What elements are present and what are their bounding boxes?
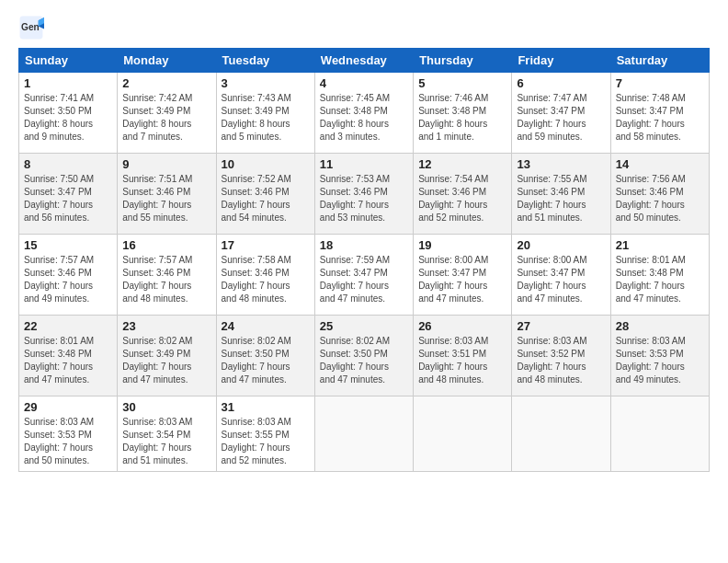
calendar-cell: 4Sunrise: 7:45 AM Sunset: 3:48 PM Daylig… — [314, 73, 413, 154]
calendar-cell: 29Sunrise: 8:03 AM Sunset: 3:53 PM Dayli… — [19, 396, 118, 472]
calendar-cell: 20Sunrise: 8:00 AM Sunset: 3:47 PM Dayli… — [512, 235, 610, 316]
day-number: 24 — [222, 319, 310, 333]
calendar-cell: 5Sunrise: 7:46 AM Sunset: 3:48 PM Daylig… — [414, 73, 512, 154]
calendar-header-row: SundayMondayTuesdayWednesdayThursdayFrid… — [19, 49, 710, 73]
day-number: 20 — [517, 238, 605, 252]
calendar-cell: 26Sunrise: 8:03 AM Sunset: 3:51 PM Dayli… — [414, 316, 512, 396]
logo-icon: Gen — [18, 15, 44, 40]
day-detail: Sunrise: 7:52 AM Sunset: 3:46 PM Dayligh… — [222, 173, 310, 224]
day-number: 14 — [616, 157, 704, 171]
weekday-header: Monday — [118, 49, 216, 73]
page-container: Gen SundayMondayTuesdayWednesdayThursday… — [0, 0, 728, 481]
day-number: 16 — [122, 238, 210, 252]
calendar-cell — [414, 396, 512, 472]
day-detail: Sunrise: 7:43 AM Sunset: 3:49 PM Dayligh… — [222, 92, 310, 144]
day-detail: Sunrise: 7:45 AM Sunset: 3:48 PM Dayligh… — [320, 92, 408, 144]
weekday-header: Friday — [512, 49, 610, 73]
day-detail: Sunrise: 8:00 AM Sunset: 3:47 PM Dayligh… — [418, 254, 506, 305]
calendar-cell: 31Sunrise: 8:03 AM Sunset: 3:55 PM Dayli… — [216, 396, 314, 472]
day-number: 21 — [616, 238, 704, 252]
day-number: 7 — [616, 76, 704, 90]
day-detail: Sunrise: 7:54 AM Sunset: 3:46 PM Dayligh… — [418, 173, 506, 224]
calendar: SundayMondayTuesdayWednesdayThursdayFrid… — [18, 48, 710, 472]
calendar-cell: 6Sunrise: 7:47 AM Sunset: 3:47 PM Daylig… — [512, 73, 610, 154]
day-detail: Sunrise: 8:03 AM Sunset: 3:54 PM Dayligh… — [122, 416, 210, 467]
day-number: 10 — [222, 157, 310, 171]
logo: Gen — [18, 15, 48, 40]
calendar-cell — [512, 396, 610, 472]
svg-text:Gen: Gen — [21, 22, 40, 32]
day-detail: Sunrise: 8:02 AM Sunset: 3:50 PM Dayligh… — [320, 335, 408, 386]
day-detail: Sunrise: 7:47 AM Sunset: 3:47 PM Dayligh… — [517, 92, 605, 144]
day-number: 29 — [24, 400, 112, 414]
day-number: 5 — [418, 76, 506, 90]
calendar-cell: 17Sunrise: 7:58 AM Sunset: 3:46 PM Dayli… — [216, 235, 314, 316]
calendar-cell: 28Sunrise: 8:03 AM Sunset: 3:53 PM Dayli… — [610, 316, 709, 396]
day-detail: Sunrise: 7:50 AM Sunset: 3:47 PM Dayligh… — [24, 173, 112, 224]
day-number: 4 — [320, 76, 408, 90]
day-number: 22 — [24, 319, 112, 333]
calendar-cell: 7Sunrise: 7:48 AM Sunset: 3:47 PM Daylig… — [610, 73, 709, 154]
day-number: 13 — [517, 157, 605, 171]
calendar-cell: 24Sunrise: 8:02 AM Sunset: 3:50 PM Dayli… — [216, 316, 314, 396]
calendar-cell: 15Sunrise: 7:57 AM Sunset: 3:46 PM Dayli… — [19, 235, 118, 316]
day-number: 27 — [517, 319, 605, 333]
calendar-cell: 23Sunrise: 8:02 AM Sunset: 3:49 PM Dayli… — [118, 316, 216, 396]
calendar-cell: 19Sunrise: 8:00 AM Sunset: 3:47 PM Dayli… — [414, 235, 512, 316]
calendar-cell: 11Sunrise: 7:53 AM Sunset: 3:46 PM Dayli… — [314, 154, 413, 235]
day-number: 3 — [222, 76, 310, 90]
calendar-cell — [610, 396, 709, 472]
day-detail: Sunrise: 7:53 AM Sunset: 3:46 PM Dayligh… — [320, 173, 408, 224]
day-detail: Sunrise: 8:03 AM Sunset: 3:55 PM Dayligh… — [222, 416, 310, 467]
day-number: 11 — [320, 157, 408, 171]
day-detail: Sunrise: 8:03 AM Sunset: 3:52 PM Dayligh… — [517, 335, 605, 386]
day-number: 1 — [24, 76, 112, 90]
calendar-cell: 3Sunrise: 7:43 AM Sunset: 3:49 PM Daylig… — [216, 73, 314, 154]
day-number: 8 — [24, 157, 112, 171]
day-detail: Sunrise: 7:57 AM Sunset: 3:46 PM Dayligh… — [24, 254, 112, 305]
calendar-cell: 25Sunrise: 8:02 AM Sunset: 3:50 PM Dayli… — [314, 316, 413, 396]
day-number: 9 — [122, 157, 210, 171]
calendar-cell: 30Sunrise: 8:03 AM Sunset: 3:54 PM Dayli… — [118, 396, 216, 472]
day-detail: Sunrise: 8:00 AM Sunset: 3:47 PM Dayligh… — [517, 254, 605, 305]
day-detail: Sunrise: 8:01 AM Sunset: 3:48 PM Dayligh… — [24, 335, 112, 386]
day-number: 30 — [122, 400, 210, 414]
day-detail: Sunrise: 7:51 AM Sunset: 3:46 PM Dayligh… — [122, 173, 210, 224]
day-number: 2 — [122, 76, 210, 90]
calendar-cell: 27Sunrise: 8:03 AM Sunset: 3:52 PM Dayli… — [512, 316, 610, 396]
day-detail: Sunrise: 8:01 AM Sunset: 3:48 PM Dayligh… — [616, 254, 704, 305]
weekday-header: Saturday — [610, 49, 709, 73]
day-number: 18 — [320, 238, 408, 252]
day-number: 28 — [616, 319, 704, 333]
day-detail: Sunrise: 8:02 AM Sunset: 3:50 PM Dayligh… — [222, 335, 310, 386]
day-number: 25 — [320, 319, 408, 333]
day-number: 31 — [222, 400, 310, 414]
calendar-cell: 21Sunrise: 8:01 AM Sunset: 3:48 PM Dayli… — [610, 235, 709, 316]
day-number: 26 — [418, 319, 506, 333]
calendar-cell: 10Sunrise: 7:52 AM Sunset: 3:46 PM Dayli… — [216, 154, 314, 235]
day-detail: Sunrise: 7:59 AM Sunset: 3:47 PM Dayligh… — [320, 254, 408, 305]
day-detail: Sunrise: 8:03 AM Sunset: 3:53 PM Dayligh… — [24, 416, 112, 467]
header: Gen — [18, 15, 710, 40]
calendar-cell: 12Sunrise: 7:54 AM Sunset: 3:46 PM Dayli… — [414, 154, 512, 235]
day-detail: Sunrise: 7:57 AM Sunset: 3:46 PM Dayligh… — [122, 254, 210, 305]
day-detail: Sunrise: 7:58 AM Sunset: 3:46 PM Dayligh… — [222, 254, 310, 305]
day-number: 19 — [418, 238, 506, 252]
day-detail: Sunrise: 8:02 AM Sunset: 3:49 PM Dayligh… — [122, 335, 210, 386]
day-number: 23 — [122, 319, 210, 333]
day-detail: Sunrise: 8:03 AM Sunset: 3:53 PM Dayligh… — [616, 335, 704, 386]
calendar-cell: 14Sunrise: 7:56 AM Sunset: 3:46 PM Dayli… — [610, 154, 709, 235]
calendar-cell: 13Sunrise: 7:55 AM Sunset: 3:46 PM Dayli… — [512, 154, 610, 235]
calendar-cell — [314, 396, 413, 472]
calendar-cell: 9Sunrise: 7:51 AM Sunset: 3:46 PM Daylig… — [118, 154, 216, 235]
day-detail: Sunrise: 7:42 AM Sunset: 3:49 PM Dayligh… — [122, 92, 210, 144]
weekday-header: Tuesday — [216, 49, 314, 73]
calendar-cell: 16Sunrise: 7:57 AM Sunset: 3:46 PM Dayli… — [118, 235, 216, 316]
day-number: 6 — [517, 76, 605, 90]
calendar-cell: 8Sunrise: 7:50 AM Sunset: 3:47 PM Daylig… — [19, 154, 118, 235]
day-detail: Sunrise: 7:55 AM Sunset: 3:46 PM Dayligh… — [517, 173, 605, 224]
day-number: 15 — [24, 238, 112, 252]
day-detail: Sunrise: 8:03 AM Sunset: 3:51 PM Dayligh… — [418, 335, 506, 386]
day-detail: Sunrise: 7:48 AM Sunset: 3:47 PM Dayligh… — [616, 92, 704, 144]
day-detail: Sunrise: 7:41 AM Sunset: 3:50 PM Dayligh… — [24, 92, 112, 144]
